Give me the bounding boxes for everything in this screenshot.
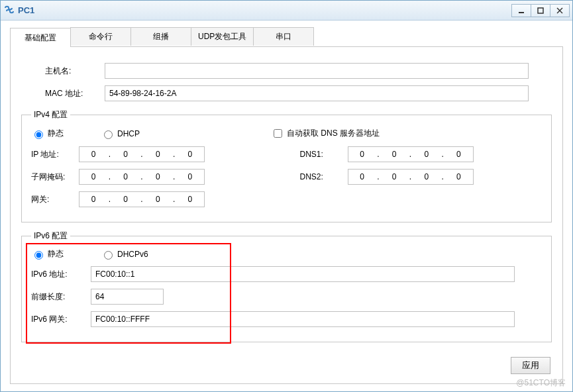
tab-serial[interactable]: 串口 — [253, 27, 314, 46]
mask-input[interactable]: 0.0.0.0 — [79, 169, 205, 185]
prefix-input[interactable] — [91, 289, 164, 305]
apply-button[interactable]: 应用 — [511, 357, 550, 374]
ipv6gw-label: IPv6 网关: — [31, 314, 91, 325]
ipv4-legend: IPv4 配置 — [31, 109, 70, 121]
maximize-button[interactable] — [531, 4, 550, 17]
tab-udp[interactable]: UDP发包工具 — [191, 27, 254, 46]
dns2-label: DNS2: — [300, 172, 348, 181]
hostname-label: 主机名: — [45, 66, 105, 77]
mac-input[interactable] — [105, 85, 529, 101]
client-area: 基础配置 命令行 组播 UDP发包工具 串口 主机名: MAC 地址: IPv4… — [1, 21, 572, 391]
dns2-input[interactable]: 0.0.0.0 — [348, 169, 474, 185]
ipaddr-input[interactable]: 0.0.0.0 — [79, 146, 205, 162]
ipv6addr-label: IPv6 地址: — [31, 269, 91, 280]
window-title: PC1 — [18, 5, 512, 15]
ipv4-group: IPv4 配置 静态 DHCP 自动获取 DNS 服务器地址 IP 地址: 0.… — [21, 109, 552, 222]
tab-cli[interactable]: 命令行 — [70, 27, 131, 46]
ipv6gw-input[interactable] — [91, 311, 515, 327]
ipv4-dhcp-radio[interactable]: DHCP — [101, 128, 140, 139]
ipv6addr-input[interactable] — [91, 266, 515, 282]
auto-dns-checkbox[interactable]: 自动获取 DNS 服务器地址 — [271, 127, 380, 140]
mask-label: 子网掩码: — [31, 172, 79, 183]
ipv6-dhcp-radio[interactable]: DHCPv6 — [101, 249, 148, 260]
ipv4-static-radio[interactable]: 静态 — [31, 128, 64, 139]
hostname-input[interactable] — [105, 63, 529, 79]
app-window: PC1 基础配置 命令行 组播 UDP发包工具 串口 主机名: MAC 地址: — [0, 0, 573, 392]
window-buttons — [512, 4, 570, 17]
tab-basic[interactable]: 基础配置 — [10, 28, 71, 47]
tab-multicast[interactable]: 组播 — [130, 27, 191, 46]
ipaddr-label: IP 地址: — [31, 149, 79, 160]
gw-label: 网关: — [31, 194, 79, 205]
mac-label: MAC 地址: — [45, 88, 105, 99]
ipv6-group: IPv6 配置 静态 DHCPv6 IPv6 地址: 前缀长度: IPv6 网关… — [21, 230, 552, 342]
minimize-button[interactable] — [511, 4, 531, 17]
tab-bar: 基础配置 命令行 组播 UDP发包工具 串口 — [10, 27, 563, 47]
titlebar: PC1 — [1, 1, 572, 21]
svg-rect-1 — [538, 8, 543, 13]
dns1-input[interactable]: 0.0.0.0 — [348, 146, 474, 162]
ipv6-legend: IPv6 配置 — [31, 230, 70, 242]
prefix-label: 前缀长度: — [31, 291, 91, 303]
ipv6-static-radio[interactable]: 静态 — [31, 248, 64, 260]
config-panel: 主机名: MAC 地址: IPv4 配置 静态 DHCP 自动获取 DNS 服务… — [10, 47, 563, 384]
app-icon — [3, 5, 15, 17]
dns1-label: DNS1: — [300, 150, 348, 159]
close-button[interactable] — [550, 4, 570, 17]
gw-input[interactable]: 0.0.0.0 — [79, 191, 205, 207]
